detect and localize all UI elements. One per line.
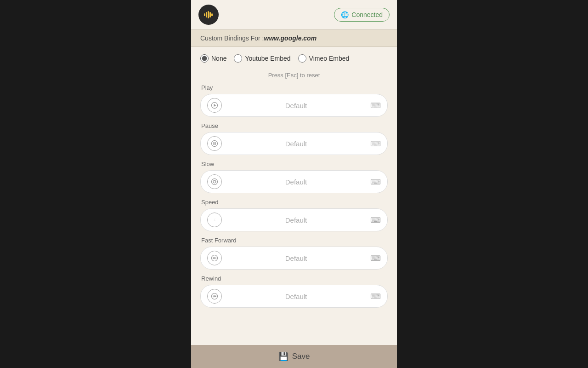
binding-group-pause: Pause Default ⌨: [200, 122, 388, 155]
radio-option-vimeo[interactable]: Vimeo Embed: [298, 54, 350, 63]
radio-option-none[interactable]: None: [200, 54, 226, 63]
binding-label-pause: Pause: [200, 122, 388, 129]
save-label: Save: [292, 352, 310, 361]
svg-marker-18: [215, 295, 216, 298]
binding-label-slow: Slow: [200, 161, 388, 167]
pause-icon: [207, 136, 222, 151]
connected-badge: 🌐 Connected: [334, 8, 390, 22]
binding-row-slow[interactable]: Default ⌨: [200, 170, 388, 193]
binding-label-fast-forward: Fast Forward: [200, 237, 388, 244]
bindings-list: Play Default ⌨ Pause: [191, 84, 397, 345]
radio-none-label: None: [211, 55, 226, 62]
binding-group-speed: Speed Default ⌨: [200, 199, 388, 231]
binding-value-pause: Default: [226, 140, 366, 148]
radio-youtube-label: Youtube Embed: [245, 55, 290, 62]
radio-youtube[interactable]: [234, 54, 242, 63]
svg-marker-14: [213, 257, 215, 259]
svg-point-10: [212, 179, 218, 185]
play-icon: [207, 98, 222, 113]
site-bar-url: www.google.com: [264, 34, 317, 42]
rewind-icon: [207, 289, 222, 304]
save-icon: 💾: [278, 351, 288, 362]
binding-label-rewind: Rewind: [200, 275, 388, 282]
binding-value-speed: Default: [226, 216, 366, 224]
site-bar-prefix: Custom Bindings For :: [200, 34, 264, 42]
binding-value-play: Default: [226, 102, 366, 109]
binding-row-fast-forward[interactable]: Default ⌨: [200, 247, 388, 270]
site-bar: Custom Bindings For :www.google.com: [191, 29, 397, 47]
svg-rect-16: [216, 257, 216, 259]
svg-rect-8: [214, 142, 215, 145]
header: 🌐 Connected: [191, 0, 397, 29]
svg-rect-9: [215, 142, 216, 145]
binding-row-speed[interactable]: Default ⌨: [200, 208, 388, 231]
binding-group-play: Play Default ⌨: [200, 84, 388, 117]
radio-option-youtube[interactable]: Youtube Embed: [234, 54, 290, 63]
keyboard-icon-fast-forward: ⌨: [370, 254, 381, 263]
radio-none[interactable]: [200, 54, 209, 63]
svg-point-7: [212, 141, 218, 147]
binding-value-fast-forward: Default: [226, 254, 366, 262]
app-logo: [198, 5, 219, 25]
speed-icon: [207, 213, 222, 227]
connected-label: Connected: [351, 11, 383, 18]
radio-vimeo-label: Vimeo Embed: [309, 55, 350, 62]
binding-group-slow: Slow Default ⌨: [200, 161, 388, 193]
logo-icon: [202, 8, 215, 21]
svg-point-11: [213, 180, 216, 183]
svg-marker-15: [215, 257, 216, 259]
svg-marker-6: [214, 104, 216, 107]
save-button[interactable]: 💾 Save: [278, 351, 310, 362]
binding-value-rewind: Default: [226, 293, 366, 300]
binding-label-play: Play: [200, 84, 388, 91]
reset-hint: Press [Esc] to reset: [191, 70, 397, 84]
radio-group: None Youtube Embed Vimeo Embed: [191, 47, 397, 70]
globe-icon: 🌐: [341, 11, 349, 18]
keyboard-icon-speed: ⌨: [370, 216, 381, 224]
app-window: 🌐 Connected Custom Bindings For :www.goo…: [191, 0, 397, 368]
svg-marker-19: [214, 295, 215, 298]
svg-rect-20: [213, 295, 214, 298]
svg-rect-0: [204, 13, 205, 16]
binding-value-slow: Default: [226, 178, 366, 186]
binding-label-speed: Speed: [200, 199, 388, 206]
binding-row-rewind[interactable]: Default ⌨: [200, 285, 388, 308]
svg-rect-3: [209, 12, 211, 17]
keyboard-icon-pause: ⌨: [370, 139, 381, 148]
svg-rect-2: [208, 11, 209, 18]
keyboard-icon-slow: ⌨: [370, 178, 381, 186]
keyboard-icon-play: ⌨: [370, 101, 381, 110]
keyboard-icon-rewind: ⌨: [370, 292, 381, 301]
binding-row-play[interactable]: Default ⌨: [200, 94, 388, 117]
binding-group-fast-forward: Fast Forward Default ⌨: [200, 237, 388, 270]
slow-icon: [207, 174, 222, 189]
fast-forward-icon: [207, 251, 222, 265]
binding-row-pause[interactable]: Default ⌨: [200, 132, 388, 155]
svg-rect-1: [206, 12, 207, 17]
binding-group-rewind: Rewind Default ⌨: [200, 275, 388, 308]
svg-rect-4: [211, 13, 213, 16]
footer: 💾 Save: [191, 345, 397, 368]
radio-vimeo[interactable]: [298, 54, 306, 63]
